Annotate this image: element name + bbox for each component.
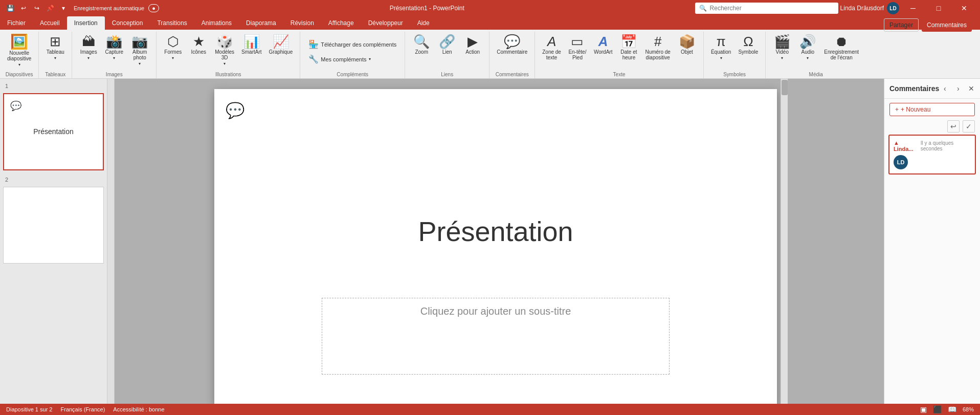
slide-canvas[interactable]: 💬 Présentation Cliquez pour ajouter un s… xyxy=(214,89,777,405)
ribbon-group-media: 🎬 Vidéo ▾ 🔊 Audio ▾ ⏺ Enregistrementde l… xyxy=(766,32,866,78)
smartart-button[interactable]: 📊 SmartArt xyxy=(238,33,264,67)
symbole-button[interactable]: Ω Symbole xyxy=(735,33,761,67)
ribbon-items-complements: 🏪 Télécharger des compléments 🔧 Mes comp… xyxy=(304,33,400,71)
slide-thumb-inner-2 xyxy=(6,189,101,261)
lien-button[interactable]: 🔗 Lien xyxy=(435,33,459,67)
save-button[interactable]: 💾 xyxy=(4,2,16,14)
slide-thumbnail-1[interactable]: 💬 Présentation xyxy=(3,93,104,170)
minimize-button[interactable]: ─ xyxy=(901,0,925,16)
resolve-comment-button[interactable]: ✓ xyxy=(963,120,975,133)
reply-comment-button[interactable]: ↩ xyxy=(947,120,960,133)
zoom-icon: 🔍 xyxy=(413,35,430,48)
ribbon-items-symboles: π Équation ▾ Ω Symbole xyxy=(708,33,761,71)
zoom-button[interactable]: 🔍 Zoom xyxy=(409,33,434,67)
equation-button[interactable]: π Équation ▾ xyxy=(708,33,734,67)
slide-main-title[interactable]: Présentation xyxy=(418,215,573,247)
close-comments-button[interactable]: ✕ xyxy=(966,83,977,94)
dropdown-arrow-icon: ▾ xyxy=(720,56,722,60)
pin-button[interactable]: 📌 xyxy=(44,2,56,14)
slide-thumb-title-1: Présentation xyxy=(33,127,74,136)
zone-texte-button[interactable]: A Zone detexte xyxy=(539,33,564,67)
tab-transitions[interactable]: Transitions xyxy=(150,16,194,30)
formes-button[interactable]: ⬡ Formes ▾ xyxy=(161,33,185,67)
close-button[interactable]: ✕ xyxy=(952,0,976,16)
entete-pied-button[interactable]: ▭ En-tête/Pied xyxy=(565,33,590,67)
scrollbar-left[interactable] xyxy=(107,79,115,415)
audio-icon: 🔊 xyxy=(799,35,816,48)
modeles3d-button[interactable]: 🎲 Modèles3D ▾ xyxy=(212,33,237,67)
tab-diaporama[interactable]: Diaporama xyxy=(239,16,283,30)
equation-icon: π xyxy=(717,35,726,48)
search-input[interactable] xyxy=(710,5,834,12)
date-heure-button[interactable]: 📅 Date etheure xyxy=(616,33,641,67)
group-label-texte: Texte xyxy=(613,71,626,77)
slide-comment-marker[interactable]: 💬 xyxy=(226,101,244,119)
ribbon-tabs: Fichier Accueil Insertion Conception Tra… xyxy=(0,16,980,30)
capture-button[interactable]: 📸 Capture ▾ xyxy=(102,33,126,67)
dropdown-arrow-icon: ▾ xyxy=(807,56,809,60)
tab-animations[interactable]: Animations xyxy=(194,16,239,30)
dropdown-arrow-icon: ▾ xyxy=(172,56,174,60)
ribbon-right-buttons: Partager Commentaires xyxy=(884,18,980,32)
group-label-media: Média xyxy=(809,71,823,77)
objet-button[interactable]: 📦 Objet xyxy=(675,33,699,67)
maximize-button[interactable]: □ xyxy=(927,0,950,16)
slide-panel: 1 💬 Présentation 2 xyxy=(0,79,107,415)
previous-comment-button[interactable]: ‹ xyxy=(939,83,950,94)
enregistrement-ecran-button[interactable]: ⏺ Enregistrementde l'écran xyxy=(821,33,862,67)
tab-aide[interactable]: Aide xyxy=(410,16,437,30)
capture-icon: 📸 xyxy=(106,35,122,48)
view-slide-button[interactable]: ⬛ xyxy=(933,405,942,413)
nouvelle-diapositive-button[interactable]: 🖼️ Nouvellediapositive ▾ xyxy=(4,33,34,67)
more-options-button[interactable]: ▾ xyxy=(57,2,70,14)
slide-thumbnail-2[interactable] xyxy=(3,187,104,264)
action-button[interactable]: ▶ Action xyxy=(460,33,485,67)
images-button[interactable]: 🏔 Images ▾ xyxy=(76,33,101,67)
ribbon-group-symboles: π Équation ▾ Ω Symbole Symboles xyxy=(704,32,766,78)
tab-developpeur[interactable]: Développeur xyxy=(361,16,410,30)
slide-thumb-inner-1: 💬 Présentation xyxy=(6,96,101,167)
mes-complements-button[interactable]: 🔧 Mes compléments ▾ xyxy=(304,53,374,65)
tab-affichage[interactable]: Affichage xyxy=(321,16,361,30)
icones-button[interactable]: ★ Icônes xyxy=(186,33,211,67)
telecharger-complements-button[interactable]: 🏪 Télécharger des compléments xyxy=(304,38,400,51)
album-photo-button[interactable]: 📷 Albumphoto ▾ xyxy=(127,33,152,67)
commentaire-button[interactable]: 💬 Commentaire xyxy=(494,33,530,67)
tab-conception[interactable]: Conception xyxy=(105,16,150,30)
undo-button[interactable]: ↩ xyxy=(17,2,30,14)
redo-button[interactable]: ↪ xyxy=(31,2,43,14)
main-area: 1 💬 Présentation 2 💬 Présentation xyxy=(0,79,980,415)
comment-item-1[interactable]: ▲ Linda... Il y a quelques secondes LD xyxy=(888,135,976,174)
status-bar-right: ▣ ⬛ 📖 68% xyxy=(920,405,974,413)
tab-accueil[interactable]: Accueil xyxy=(33,16,67,30)
graphique-button[interactable]: 📈 Graphique xyxy=(266,33,296,67)
tab-insertion[interactable]: Insertion xyxy=(67,16,105,30)
next-comment-button[interactable]: › xyxy=(952,83,964,94)
tab-revision[interactable]: Révision xyxy=(283,16,321,30)
scrollbar-right[interactable] xyxy=(781,79,788,415)
tab-fichier[interactable]: Fichier xyxy=(0,16,33,30)
new-comment-button[interactable]: + + Nouveau xyxy=(889,103,975,116)
search-box[interactable]: 🔍 xyxy=(695,3,838,14)
slide-subtitle-box[interactable]: Cliquez pour ajouter un sous-titre xyxy=(322,298,670,375)
comments-toggle-button[interactable]: Commentaires xyxy=(922,18,972,32)
tableau-button[interactable]: ⊞ Tableau ▾ xyxy=(43,33,68,67)
dropdown-arrow-icon: ▾ xyxy=(54,56,56,60)
ribbon-items-illustrations: ⬡ Formes ▾ ★ Icônes 🎲 Modèles3D ▾ 📊 Smar… xyxy=(161,33,296,71)
zoom-level: 68% xyxy=(963,406,974,412)
user-avatar[interactable]: LD xyxy=(887,2,899,14)
nouvelle-diapositive-icon: 🖼️ xyxy=(10,35,28,49)
share-button[interactable]: Partager xyxy=(884,18,919,32)
scrollbar-thumb[interactable] xyxy=(782,80,788,95)
dropdown-arrow-icon: ▾ xyxy=(139,61,141,66)
wordart-button[interactable]: A WordArt xyxy=(591,33,616,67)
video-button[interactable]: 🎬 Vidéo ▾ xyxy=(770,33,794,67)
autosave-toggle[interactable]: ● xyxy=(148,4,159,12)
modeles3d-icon: 🎲 xyxy=(216,35,233,48)
numero-diapositive-button[interactable]: # Numéro dediapositive xyxy=(642,33,673,67)
comment-author-1: ▲ Linda... xyxy=(894,140,918,152)
view-reading-button[interactable]: 📖 xyxy=(948,405,956,413)
title-bar-right: 🔍 Linda Dräusdorf LD ─ □ ✕ xyxy=(695,0,976,16)
audio-button[interactable]: 🔊 Audio ▾ xyxy=(795,33,820,67)
view-normal-button[interactable]: ▣ xyxy=(920,405,927,413)
